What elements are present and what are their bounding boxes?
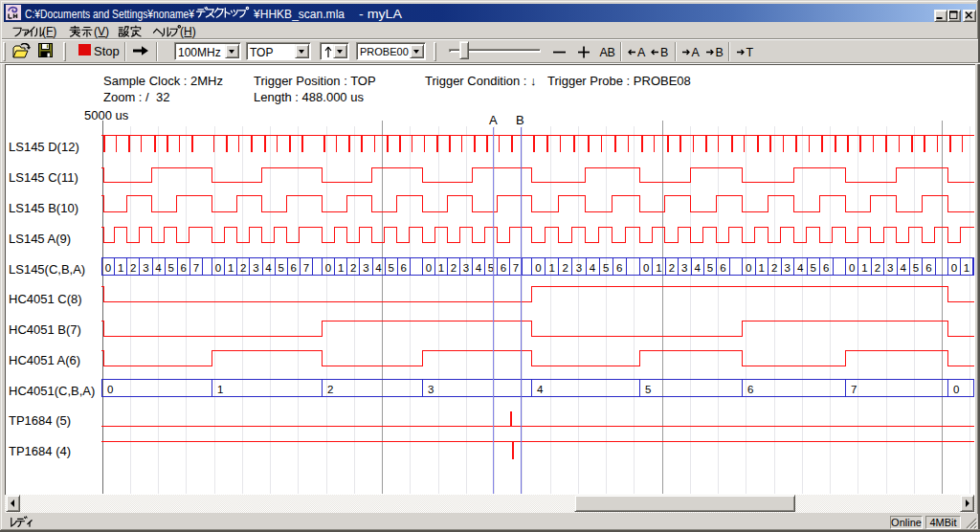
svg-text:4: 4 [265, 262, 272, 274]
svg-text:5: 5 [811, 262, 816, 274]
svg-text:5: 5 [388, 262, 393, 274]
svg-text:0: 0 [105, 262, 111, 274]
svg-text:2: 2 [451, 262, 457, 274]
svg-text:7: 7 [513, 262, 519, 274]
svg-text:2: 2 [130, 262, 136, 274]
svg-text:0: 0 [215, 262, 221, 274]
svg-text:6: 6 [616, 262, 622, 274]
svg-text:1: 1 [759, 262, 765, 274]
svg-text:7: 7 [193, 262, 199, 274]
svg-text:5: 5 [603, 262, 609, 274]
svg-text:4: 4 [537, 384, 544, 395]
svg-text:3: 3 [681, 262, 687, 274]
svg-text:6: 6 [823, 262, 829, 274]
svg-text:6: 6 [401, 262, 407, 274]
svg-text:2: 2 [327, 384, 333, 395]
svg-text:1: 1 [228, 262, 234, 274]
svg-text:2: 2 [240, 262, 246, 274]
svg-text:1: 1 [118, 262, 123, 274]
svg-text:3: 3 [363, 262, 368, 274]
svg-text:6: 6 [501, 262, 506, 274]
svg-text:1: 1 [217, 384, 223, 395]
svg-text:5: 5 [167, 262, 173, 274]
svg-text:7: 7 [851, 384, 857, 395]
svg-text:4: 4 [375, 262, 382, 274]
svg-text:3: 3 [463, 262, 469, 274]
svg-text:3: 3 [143, 262, 148, 274]
svg-text:3: 3 [785, 262, 791, 274]
svg-text:0: 0 [107, 384, 113, 395]
svg-text:7: 7 [303, 262, 309, 274]
svg-text:4: 4 [590, 262, 596, 274]
svg-text:2: 2 [875, 262, 880, 274]
svg-text:1: 1 [548, 262, 554, 274]
svg-text:0: 0 [643, 262, 649, 274]
svg-text:3: 3 [428, 384, 434, 395]
svg-text:2: 2 [669, 262, 675, 274]
svg-text:3: 3 [576, 262, 582, 274]
svg-text:6: 6 [747, 384, 753, 395]
svg-text:4: 4 [694, 262, 701, 274]
svg-text:5: 5 [913, 262, 919, 274]
svg-text:1: 1 [964, 262, 969, 274]
svg-text:2: 2 [771, 262, 777, 274]
svg-text:0: 0 [325, 262, 331, 274]
svg-text:0: 0 [535, 262, 541, 274]
svg-text:5: 5 [278, 262, 283, 274]
svg-text:0: 0 [426, 262, 432, 274]
svg-text:2: 2 [563, 262, 568, 274]
svg-text:3: 3 [253, 262, 258, 274]
svg-text:6: 6 [925, 262, 931, 274]
svg-text:5: 5 [707, 262, 713, 274]
svg-text:4: 4 [155, 262, 162, 274]
svg-text:1: 1 [861, 262, 867, 274]
svg-text:4: 4 [900, 262, 906, 274]
svg-text:2: 2 [350, 262, 356, 274]
svg-text:0: 0 [746, 262, 751, 274]
svg-text:0: 0 [953, 384, 959, 395]
svg-text:0: 0 [951, 262, 957, 274]
svg-text:5: 5 [645, 384, 651, 395]
svg-text:4: 4 [476, 262, 482, 274]
svg-text:3: 3 [887, 262, 893, 274]
svg-text:4: 4 [797, 262, 804, 274]
svg-text:6: 6 [291, 262, 297, 274]
svg-text:0: 0 [849, 262, 855, 274]
svg-text:6: 6 [181, 262, 187, 274]
svg-text:1: 1 [338, 262, 344, 274]
svg-text:6: 6 [720, 262, 725, 274]
svg-text:1: 1 [438, 262, 444, 274]
svg-text:1: 1 [656, 262, 661, 274]
